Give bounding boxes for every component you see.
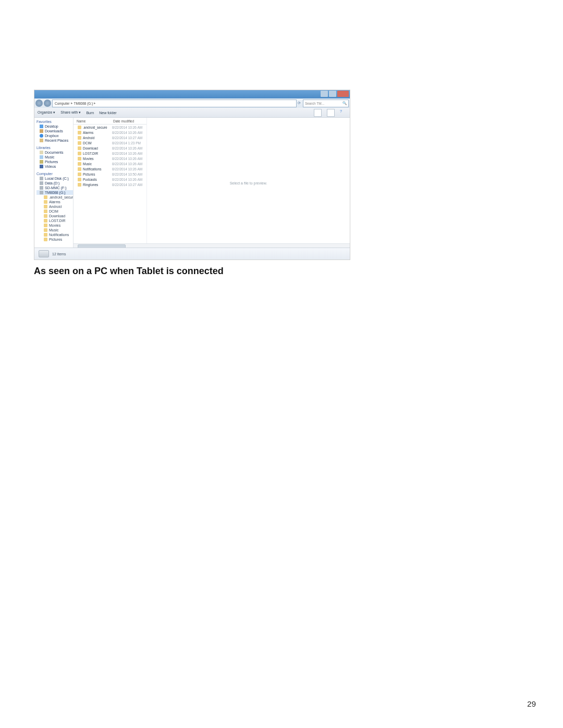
file-date: 8/22/2014 10:26 AM	[112, 152, 142, 155]
toolbar: Organize ▾ Share with ▾ Burn New folder …	[34, 108, 350, 118]
nav-item-data[interactable]: Data (D:)	[36, 181, 73, 186]
folder-icon	[78, 126, 81, 129]
folder-icon	[44, 238, 47, 241]
file-row[interactable]: Notifications8/22/2014 10:26 AM	[74, 166, 146, 171]
status-text: 12 items	[52, 252, 66, 256]
drive-icon	[40, 181, 43, 185]
file-name: Music	[83, 162, 92, 166]
nav-sub-item[interactable]: Pictures	[36, 237, 73, 242]
file-row[interactable]: LOST.DIR8/22/2014 10:26 AM	[74, 151, 146, 156]
search-input[interactable]: Search TM... 🔍	[303, 100, 349, 107]
nav-item-localdisk[interactable]: Local Disk (C:)	[36, 176, 73, 181]
figure-caption: As seen on a PC when Tablet is connected	[34, 266, 224, 277]
nav-sub-item[interactable]: Download	[36, 214, 73, 218]
file-row[interactable]: .android_secure8/22/2014 10:26 AM	[74, 125, 146, 130]
file-row[interactable]: Pictures8/22/2014 10:50 AM	[74, 171, 146, 177]
minimize-button[interactable]	[321, 91, 328, 97]
breadcrumb[interactable]: Computer ▸ TM8088 (G:) ▸	[52, 100, 297, 107]
nav-sub-item[interactable]: Notifications	[36, 232, 73, 237]
help-icon[interactable]: ?	[340, 109, 347, 116]
folder-icon	[78, 183, 81, 187]
pictures-icon	[40, 160, 43, 164]
recent-icon	[40, 139, 43, 142]
search-placeholder: Search TM...	[305, 102, 324, 105]
file-date: 8/22/2014 1:23 PM	[112, 141, 141, 145]
back-button[interactable]	[35, 100, 43, 107]
folder-icon	[78, 167, 81, 171]
file-name: Podcasts	[83, 178, 97, 181]
folder-icon	[44, 205, 47, 208]
nav-sub-item[interactable]: Alarms	[36, 200, 73, 204]
search-icon: 🔍	[342, 101, 347, 105]
nav-sub-item[interactable]: DCIM	[36, 209, 73, 214]
nav-item-music[interactable]: Music	[36, 155, 73, 159]
nav-item-downloads[interactable]: Downloads	[36, 129, 73, 133]
column-headers[interactable]: Name Date modified	[74, 118, 146, 125]
drive-icon	[40, 191, 43, 194]
nav-item-sdmmc[interactable]: SD-MMC (F:)	[36, 186, 73, 190]
file-row[interactable]: Android8/22/2014 10:27 AM	[74, 135, 146, 140]
file-row[interactable]: Download8/22/2014 10:26 AM	[74, 145, 146, 151]
file-row[interactable]: Movies8/22/2014 10:26 AM	[74, 156, 146, 161]
sharewith-button[interactable]: Share with ▾	[60, 110, 81, 115]
file-date: 8/22/2014 10:26 AM	[112, 126, 142, 129]
file-name: LOST.DIR	[83, 152, 98, 155]
nav-item-documents[interactable]: Documents	[36, 150, 73, 155]
file-row[interactable]: Music8/22/2014 10:26 AM	[74, 161, 146, 166]
nav-item-device[interactable]: TM8088 (G:)	[36, 190, 73, 195]
nav-libraries[interactable]: Libraries	[36, 145, 73, 150]
nav-item-pictures[interactable]: Pictures	[36, 159, 73, 164]
newfolder-button[interactable]: New folder	[99, 111, 116, 115]
nav-computer[interactable]: Computer	[36, 171, 73, 176]
col-date[interactable]: Date modified	[113, 119, 134, 123]
folder-icon	[78, 136, 81, 140]
nav-sub-item[interactable]: Movies	[36, 223, 73, 228]
preview-pane: Select a file to preview.	[147, 118, 350, 249]
nav-item-recent[interactable]: Recent Places	[36, 138, 73, 143]
folder-icon	[78, 152, 81, 155]
breadcrumb-seg[interactable]: TM8088 (G:)	[74, 102, 93, 105]
chevron-right-icon: ▸	[94, 101, 96, 105]
nav-sub-item[interactable]: Android	[36, 204, 73, 209]
organize-button[interactable]: Organize ▾	[38, 110, 55, 115]
col-name[interactable]: Name	[77, 119, 113, 123]
file-name: DCIM	[83, 141, 92, 145]
folder-icon	[78, 162, 81, 166]
folder-icon	[44, 195, 47, 199]
view-button[interactable]	[314, 109, 322, 117]
close-button[interactable]	[337, 91, 349, 97]
preview-toggle[interactable]	[327, 109, 335, 117]
folder-icon	[44, 219, 47, 223]
file-row[interactable]: Ringtones8/22/2014 10:27 AM	[74, 182, 146, 187]
file-date: 8/22/2014 10:26 AM	[112, 162, 142, 166]
nav-sub-item[interactable]: Music	[36, 228, 73, 232]
burn-button[interactable]: Burn	[86, 111, 94, 115]
drive-icon	[39, 250, 49, 257]
folder-icon	[78, 157, 81, 161]
file-date: 8/22/2014 10:26 AM	[112, 157, 142, 161]
file-row[interactable]: Alarms8/22/2014 10:26 AM	[74, 130, 146, 135]
nav-item-dropbox[interactable]: Dropbox	[36, 133, 73, 138]
folder-icon	[44, 209, 47, 213]
file-row[interactable]: DCIM8/22/2014 1:23 PM	[74, 140, 146, 145]
maximize-button[interactable]	[329, 91, 336, 97]
file-name: Download	[83, 146, 98, 150]
file-date: 8/22/2014 10:27 AM	[112, 183, 142, 187]
nav-sub-item[interactable]: .android_secure	[36, 195, 73, 200]
status-bar: 12 items	[34, 248, 350, 260]
refresh-icon[interactable]: ⟳	[298, 101, 302, 105]
forward-button[interactable]	[44, 100, 51, 107]
nav-item-desktop[interactable]: Desktop	[36, 124, 73, 129]
file-row[interactable]: Podcasts8/22/2014 10:26 AM	[74, 177, 146, 182]
documents-icon	[40, 151, 43, 154]
navigation-pane: Favorites Desktop Downloads Dropbox Rece…	[34, 118, 74, 249]
nav-sub-item[interactable]: LOST.DIR	[36, 218, 73, 223]
drive-icon	[40, 177, 43, 180]
dropbox-icon	[40, 134, 43, 138]
folder-icon	[44, 233, 47, 237]
downloads-icon	[40, 129, 43, 133]
file-date: 8/22/2014 10:26 AM	[112, 167, 142, 171]
nav-item-videos[interactable]: Videos	[36, 164, 73, 169]
nav-favorites[interactable]: Favorites	[36, 119, 73, 124]
breadcrumb-seg[interactable]: Computer	[55, 102, 70, 105]
